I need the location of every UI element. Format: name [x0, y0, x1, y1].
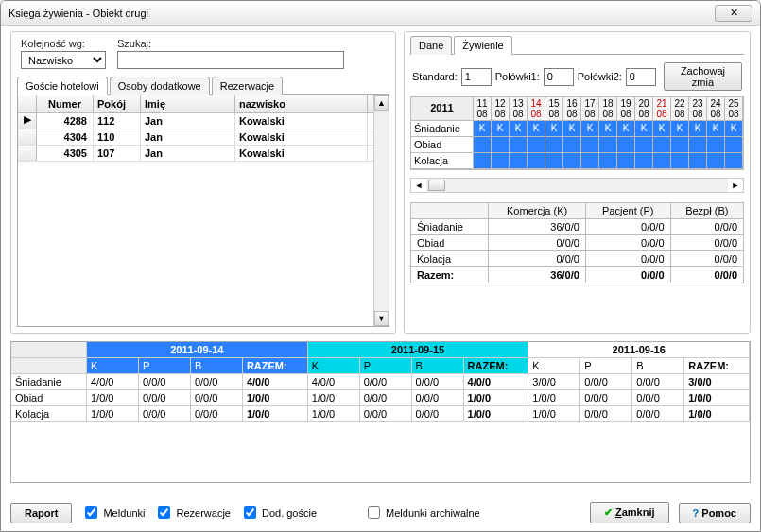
calendar-date[interactable]: 1808 [599, 97, 617, 121]
calendar-cell[interactable] [707, 137, 725, 153]
calendar-cell[interactable] [689, 153, 707, 169]
zamknij-button[interactable]: ✔ Zamknij [590, 502, 669, 523]
calendar-date[interactable]: 1308 [510, 97, 528, 121]
calendar-cell[interactable] [671, 153, 689, 169]
calendar-cell[interactable] [528, 153, 545, 169]
calendar-cell[interactable] [635, 153, 653, 169]
calendar-cell[interactable]: K [725, 121, 743, 137]
calendar-cell[interactable]: K [528, 121, 545, 137]
sub-header: B [632, 358, 684, 374]
guest-row[interactable]: 4304110JanKowalski [18, 129, 389, 146]
meldunki-checkbox[interactable]: Meldunki [81, 504, 145, 522]
calendar-cell[interactable]: K [617, 121, 635, 137]
calendar-cell[interactable] [545, 137, 563, 153]
col-imie[interactable]: Imię [141, 95, 235, 112]
dod-goscie-checkbox[interactable]: Dod. goście [240, 504, 317, 522]
guest-tab-1[interactable]: Osoby dodatkowe [110, 77, 210, 95]
scrollbar[interactable]: ▲ ▼ [373, 95, 389, 326]
calendar-date[interactable]: 2108 [653, 97, 671, 121]
calendar-cell[interactable]: K [563, 121, 581, 137]
col-nazwisko[interactable]: nazwisko [235, 95, 368, 112]
calendar-cell[interactable]: K [474, 121, 492, 137]
calendar-cell[interactable]: K [707, 121, 725, 137]
feeding-tab-1[interactable]: Żywienie [454, 36, 511, 55]
calendar-date[interactable]: 1108 [474, 97, 492, 121]
calendar-date[interactable]: 1408 [528, 97, 545, 121]
guest-tab-0[interactable]: Goście hotelowi [17, 77, 108, 95]
polowki2-input[interactable] [626, 68, 656, 86]
save-button[interactable]: Zachowaj zmia [664, 62, 742, 91]
calendar-cell[interactable]: K [510, 121, 528, 137]
calendar-date[interactable]: 1608 [563, 97, 581, 121]
calendar-cell[interactable]: K [492, 121, 510, 137]
calendar-cell[interactable]: K [581, 121, 599, 137]
calendar-cell[interactable] [617, 153, 635, 169]
guest-tab-2[interactable]: Rezerwacje [212, 77, 283, 95]
calendar-date[interactable]: 1708 [581, 97, 599, 121]
meldunki-arch-checkbox[interactable]: Meldunki archiwalne [364, 504, 480, 522]
calendar-date[interactable]: 2208 [671, 97, 689, 121]
standard-input[interactable] [461, 68, 492, 86]
calendar-date[interactable]: 2508 [725, 97, 743, 121]
calendar-cell[interactable] [545, 153, 563, 169]
calendar-cell[interactable]: K [653, 121, 671, 137]
meal-row-label: Kolacja [411, 153, 474, 169]
col-pokoj[interactable]: Pokój [94, 95, 141, 112]
calendar-cell[interactable]: K [689, 121, 707, 137]
col-numer[interactable]: Numer [37, 95, 94, 112]
calendar-cell[interactable] [689, 137, 707, 153]
calendar-date[interactable]: 1508 [545, 97, 563, 121]
calendar-cell[interactable] [474, 153, 492, 169]
row-indicator-header [18, 95, 37, 112]
search-input[interactable] [117, 51, 344, 69]
raport-button[interactable]: Raport [10, 503, 72, 523]
polowki1-input[interactable] [544, 68, 574, 86]
calendar-cell[interactable] [581, 153, 599, 169]
calendar-cell[interactable] [653, 137, 671, 153]
calendar-cell[interactable] [635, 137, 653, 153]
calendar-cell[interactable] [725, 153, 743, 169]
scroll-down-icon[interactable]: ▼ [374, 311, 389, 326]
calendar-cell[interactable] [528, 137, 545, 153]
daily-cell: 0/0/0 [632, 406, 684, 422]
rezerwacje-checkbox[interactable]: Rezerwacje [154, 504, 230, 522]
calendar-cell[interactable]: K [635, 121, 653, 137]
scroll-right-icon[interactable]: ► [728, 180, 743, 190]
calendar-cell[interactable]: K [545, 121, 563, 137]
calendar-cell[interactable] [581, 137, 599, 153]
calendar-cell[interactable] [653, 153, 671, 169]
calendar-date[interactable]: 2408 [707, 97, 725, 121]
calendar-cell[interactable] [599, 153, 617, 169]
pomoc-button[interactable]: ? Pomoc [679, 503, 751, 523]
calendar-cell[interactable] [474, 137, 492, 153]
close-button[interactable]: ✕ [715, 5, 752, 22]
scroll-thumb[interactable] [428, 180, 445, 191]
calendar-date[interactable]: 2308 [689, 97, 707, 121]
calendar-cell[interactable]: K [671, 121, 689, 137]
calendar-cell[interactable] [617, 137, 635, 153]
calendar-cell[interactable] [563, 153, 581, 169]
order-select[interactable]: Nazwisko [21, 51, 106, 69]
corner-cell-2 [11, 358, 87, 374]
calendar-cell[interactable]: K [599, 121, 617, 137]
calendar-cell[interactable] [510, 137, 528, 153]
calendar-cell[interactable] [492, 137, 510, 153]
calendar-cell[interactable] [725, 137, 743, 153]
calendar-cell[interactable] [510, 153, 528, 169]
calendar-cell[interactable] [599, 137, 617, 153]
calendar-cell[interactable] [563, 137, 581, 153]
calendar-date[interactable]: 2008 [635, 97, 653, 121]
calendar-date[interactable]: 1208 [492, 97, 510, 121]
calendar-date[interactable]: 1908 [617, 97, 635, 121]
calendar-cell[interactable] [492, 153, 510, 169]
calendar-cell[interactable] [707, 153, 725, 169]
calendar-hscroll[interactable]: ◄ ► [410, 178, 744, 193]
guest-row[interactable]: 4305107JanKowalski [18, 146, 389, 162]
guest-row[interactable]: ▶4288112JanKowalski [18, 113, 389, 129]
daily-cell: 0/0/0 [580, 390, 632, 406]
calendar-cell[interactable] [671, 137, 689, 153]
scroll-up-icon[interactable]: ▲ [374, 95, 389, 111]
scroll-left-icon[interactable]: ◄ [411, 180, 426, 190]
daily-summary-grid: 2011-09-142011-09-152011-09-16 KPBRAZEM:… [10, 341, 751, 483]
feeding-tab-0[interactable]: Dane [410, 36, 452, 55]
